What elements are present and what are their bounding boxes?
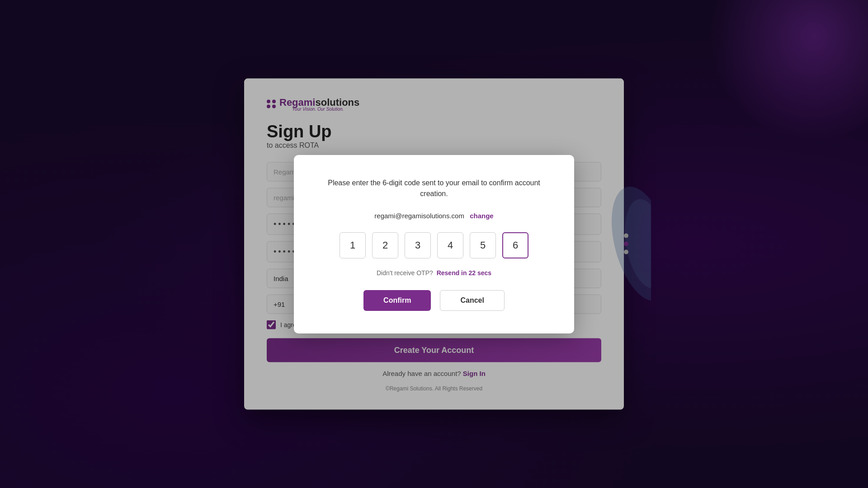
modal-overlay: Please enter the 6-digit code sent to yo… — [0, 0, 868, 488]
resend-link[interactable]: Resend in 22 secs — [437, 269, 491, 277]
otp-digit-2[interactable] — [372, 232, 398, 258]
otp-digit-1[interactable] — [340, 232, 366, 258]
modal-email-display: regami@regamisolutions.com — [374, 212, 464, 220]
confirm-button[interactable]: Confirm — [363, 290, 431, 311]
resend-row: Didn't receive OTP? Resend in 22 secs — [319, 269, 549, 277]
otp-digit-6[interactable] — [502, 232, 528, 258]
otp-digit-5[interactable] — [470, 232, 496, 258]
otp-digit-4[interactable] — [437, 232, 463, 258]
otp-input-row — [319, 232, 549, 258]
otp-digit-3[interactable] — [405, 232, 431, 258]
modal-instruction: Please enter the 6-digit code sent to yo… — [319, 178, 549, 199]
cancel-button[interactable]: Cancel — [440, 290, 504, 311]
otp-modal: Please enter the 6-digit code sent to yo… — [294, 155, 574, 333]
modal-change-link[interactable]: change — [470, 212, 494, 220]
modal-button-row: Confirm Cancel — [319, 290, 549, 311]
resend-text: Didn't receive OTP? — [377, 269, 433, 277]
modal-email-row: regami@regamisolutions.com change — [319, 212, 549, 220]
